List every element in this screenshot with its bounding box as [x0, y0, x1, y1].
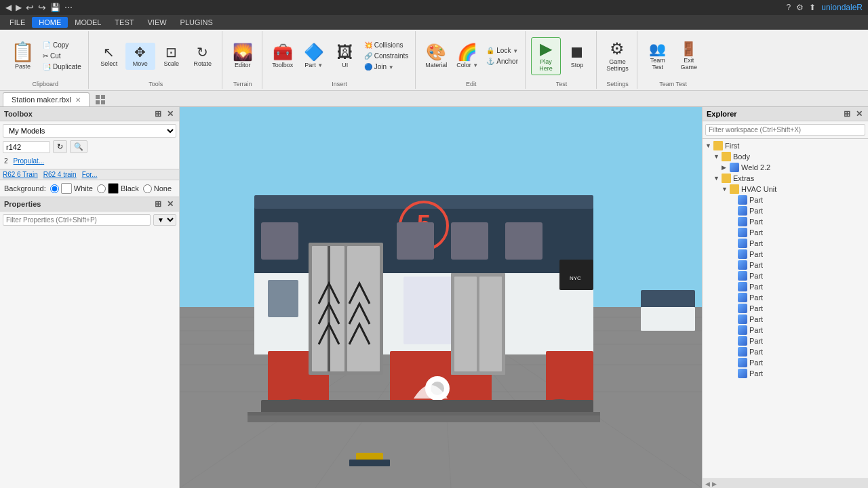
editor-button[interactable]: 🌄 Editor — [228, 41, 258, 71]
tree-item-part-1[interactable]: ▶ Part — [728, 205, 867, 216]
toolbox-category-select[interactable]: My Models — [3, 124, 176, 138]
tab-station-maker[interactable]: Station maker.rbxl ✕ — [3, 92, 90, 106]
share-icon[interactable]: ⬆ — [809, 3, 816, 12]
tree-item-hvac[interactable]: ▼ HVAC Unit — [720, 184, 867, 195]
more-options-button[interactable]: ⋯ — [64, 3, 73, 12]
explorer-search-input[interactable] — [705, 124, 865, 136]
tree-item-part-0[interactable]: ▶ Part — [728, 195, 867, 205]
bg-black-option[interactable]: Black — [97, 183, 139, 194]
collisions-button[interactable]: 💥 Collisions — [361, 40, 412, 50]
test-label: Test — [556, 79, 568, 87]
properties-detach-button[interactable]: ⊞ — [153, 199, 163, 209]
tree-item-part-5[interactable]: ▶ Part — [728, 249, 867, 260]
extras-expand-icon[interactable]: ▼ — [713, 175, 722, 182]
tree-item-part-8[interactable]: ▶ Part — [728, 281, 867, 292]
material-button[interactable]: 🎨 Material — [421, 41, 451, 71]
rotate-button[interactable]: ↻ Rotate — [188, 43, 218, 70]
r62-6-train-tab[interactable]: R62 6 Train — [3, 171, 38, 178]
copy-button[interactable]: 📄 Copy — [40, 40, 84, 50]
undo-button[interactable]: ↩ — [26, 2, 34, 13]
part-icon-2 — [738, 217, 747, 226]
scale-button[interactable]: ⊡ Scale — [157, 43, 186, 70]
redo-button[interactable]: ↪ — [38, 2, 46, 13]
tree-item-part-12[interactable]: ▶ Part — [728, 325, 867, 336]
tabbar: Station maker.rbxl ✕ — [0, 91, 868, 107]
explorer-close-button[interactable]: ✕ — [854, 109, 864, 119]
paste-button[interactable]: 📋 Paste — [7, 40, 39, 73]
tree-item-extras[interactable]: ▼ Extras — [712, 173, 867, 184]
hvac-expand-icon[interactable]: ▼ — [722, 186, 730, 192]
first-expand-icon[interactable]: ▼ — [705, 142, 713, 149]
toolbox-item-propulat[interactable]: Propulat... — [14, 157, 45, 165]
r62-4-train-tab[interactable]: R62 4 train — [43, 171, 77, 178]
toolbox-button[interactable]: 🧰 Toolbox — [268, 41, 298, 71]
tree-item-part-7[interactable]: ▶ Part — [728, 270, 867, 281]
tree-item-part-10[interactable]: ▶ Part — [728, 303, 867, 314]
lock-button[interactable]: 🔒 Lock ▼ — [484, 45, 521, 56]
tree-item-first[interactable]: ▼ First — [704, 140, 867, 151]
bg-none-radio[interactable] — [143, 184, 152, 193]
tree-item-part-13[interactable]: ▶ Part — [728, 336, 867, 346]
bg-black-radio[interactable] — [97, 184, 106, 193]
bg-white-radio[interactable] — [50, 184, 59, 193]
tree-item-part-6[interactable]: ▶ Part — [728, 260, 867, 270]
exit-game-button[interactable]: 🚪 ExitGame — [674, 39, 704, 73]
menu-plugins[interactable]: PLUGINS — [174, 17, 220, 28]
toolbox-detach-button[interactable]: ⊞ — [153, 109, 163, 119]
toolbox-search-input[interactable] — [3, 141, 50, 153]
tree-item-body[interactable]: ▼ Body — [712, 151, 867, 162]
ui-button[interactable]: 🖼 UI — [330, 41, 360, 71]
move-button[interactable]: ✥ Move — [125, 43, 155, 70]
tree-item-part-14[interactable]: ▶ Part — [728, 346, 867, 357]
properties-close-button[interactable]: ✕ — [165, 199, 175, 209]
menu-model[interactable]: MODEL — [68, 17, 108, 28]
toolbox-search-button[interactable]: 🔍 — [70, 140, 87, 153]
cut-button[interactable]: ✂ Cut — [40, 51, 84, 61]
menu-home[interactable]: HOME — [32, 17, 68, 28]
hvac-children: ▶ Part ▶ Part ▶ Part ▶ Part ▶ Part ▶ Par… — [728, 195, 867, 379]
tree-item-weld[interactable]: ▶ Weld 2.2 — [720, 162, 867, 173]
menu-test[interactable]: TEST — [108, 17, 140, 28]
save-button[interactable]: 💾 — [50, 3, 60, 12]
join-button[interactable]: 🔵 Join ▼ — [361, 62, 412, 72]
toolbox-content: My Models ↻ 🔍 2 Propulat... — [0, 121, 179, 169]
bg-none-option[interactable]: None — [143, 184, 172, 193]
properties-filter-input[interactable] — [3, 214, 151, 226]
viewport[interactable]: 5 — [180, 107, 702, 488]
tab-close-button[interactable]: ✕ — [75, 96, 81, 104]
for-tab[interactable]: For... — [82, 171, 98, 178]
toolbox-close-button[interactable]: ✕ — [165, 109, 175, 119]
toolbox-refresh-button[interactable]: ↻ — [53, 140, 67, 153]
menu-view[interactable]: VIEW — [140, 17, 173, 28]
toolbox-controls: My Models — [3, 124, 176, 138]
tree-item-part-4[interactable]: ▶ Part — [728, 238, 867, 249]
constraints-button[interactable]: 🔗 Constraints — [361, 51, 412, 61]
tree-item-part-15[interactable]: ▶ Part — [728, 357, 867, 368]
anchor-button[interactable]: ⚓ Anchor — [484, 56, 521, 66]
tree-item-part-9[interactable]: ▶ Part — [728, 292, 867, 303]
select-button[interactable]: ↖ Select — [94, 43, 124, 70]
team-test-button[interactable]: 👥 TeamTest — [643, 39, 673, 73]
help-icon[interactable]: ? — [787, 3, 791, 12]
part-button[interactable]: 🔷 Part ▼ — [299, 41, 329, 71]
bg-white-option[interactable]: White — [50, 183, 93, 194]
explorer-detach-button[interactable]: ⊞ — [842, 109, 852, 119]
tree-item-part-2[interactable]: ▶ Part — [728, 216, 867, 227]
game-settings-button[interactable]: ⚙ GameSettings — [602, 38, 633, 75]
team-test-icon: 👥 — [649, 42, 666, 56]
settings-icon[interactable]: ⚙ — [796, 3, 804, 12]
properties-sort-select[interactable]: ▼ — [153, 214, 176, 226]
tree-item-part-16[interactable]: ▶ Part — [728, 368, 867, 379]
body-expand-icon[interactable]: ▼ — [713, 153, 722, 160]
color-button[interactable]: 🌈 Color ▼ — [452, 41, 482, 71]
play-here-button[interactable]: ▶ PlayHere — [531, 37, 561, 75]
tree-item-part-3[interactable]: ▶ Part — [728, 227, 867, 238]
stop-button[interactable]: ⏹ Stop — [562, 41, 592, 71]
back-button[interactable]: ◀ — [5, 3, 12, 12]
duplicate-button[interactable]: 📑 Duplicate — [40, 62, 84, 72]
weld-expand-icon[interactable]: ▶ — [722, 164, 730, 171]
menu-file[interactable]: FILE — [3, 17, 32, 28]
view-toggle-button[interactable] — [92, 93, 108, 106]
forward-button[interactable]: ▶ — [16, 3, 22, 12]
tree-item-part-11[interactable]: ▶ Part — [728, 314, 867, 325]
